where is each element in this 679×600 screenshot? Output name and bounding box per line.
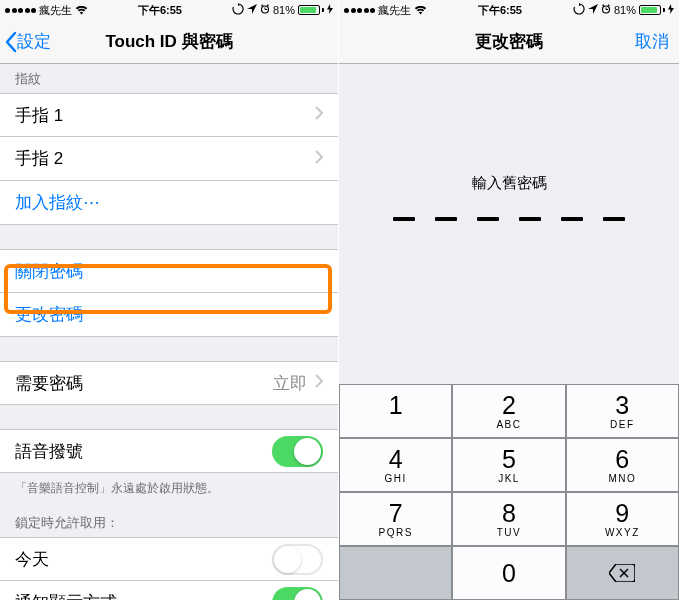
- toggle-today[interactable]: [272, 544, 323, 575]
- row-label: 通知顯示方式: [15, 591, 272, 600]
- number-keypad: 1 2ABC 3DEF 4GHI 5JKL 6MNO 7PQRS 8TUV 9W…: [339, 384, 679, 600]
- row-label: 手指 1: [15, 104, 315, 127]
- row-label: 加入指紋⋯: [15, 191, 323, 214]
- status-time: 下午6:55: [478, 3, 522, 18]
- key-5[interactable]: 5JKL: [452, 438, 565, 492]
- signal-dots-icon: [344, 8, 375, 13]
- row-label: 關閉密碼: [15, 260, 323, 283]
- key-blank: [339, 546, 452, 600]
- key-backspace[interactable]: [566, 546, 679, 600]
- toggle-voice-dial[interactable]: [272, 436, 323, 467]
- row-require-passcode[interactable]: 需要密碼 立即: [0, 361, 338, 405]
- alarm-icon: [601, 4, 611, 16]
- passcode-field: [339, 217, 679, 221]
- row-today: 今天: [0, 537, 338, 581]
- backspace-icon: [609, 564, 635, 582]
- row-label: 語音撥號: [15, 440, 272, 463]
- location-arrow-icon: [247, 4, 257, 16]
- charging-icon: [327, 4, 333, 16]
- row-change-passcode[interactable]: 更改密碼: [0, 293, 338, 337]
- location-arrow-icon: [588, 4, 598, 16]
- back-button[interactable]: 設定: [0, 30, 51, 53]
- battery-icon: [639, 5, 665, 15]
- key-0[interactable]: 0: [452, 546, 565, 600]
- row-finger-2[interactable]: 手指 2: [0, 137, 338, 181]
- row-detail: 立即: [273, 372, 307, 395]
- signal-dots-icon: [5, 8, 36, 13]
- cancel-button[interactable]: 取消: [635, 30, 669, 53]
- row-voice-dial: 語音撥號: [0, 429, 338, 473]
- passcode-prompt: 輸入舊密碼: [339, 174, 679, 193]
- row-notification-view: 通知顯示方式: [0, 581, 338, 600]
- toggle-notification-view[interactable]: [272, 587, 323, 600]
- battery-icon: [298, 5, 324, 15]
- key-3[interactable]: 3DEF: [566, 384, 679, 438]
- sync-icon: [573, 3, 585, 17]
- key-2[interactable]: 2ABC: [452, 384, 565, 438]
- carrier-label: 瘋先生: [39, 3, 72, 18]
- page-title: 更改密碼: [339, 30, 679, 53]
- key-4[interactable]: 4GHI: [339, 438, 452, 492]
- navbar: 設定 Touch ID 與密碼: [0, 20, 338, 64]
- carrier-label: 瘋先生: [378, 3, 411, 18]
- alarm-icon: [260, 4, 270, 16]
- row-label: 需要密碼: [15, 372, 273, 395]
- back-label: 設定: [17, 30, 51, 53]
- status-bar: 瘋先生 下午6:55 81%: [0, 0, 338, 20]
- key-9[interactable]: 9WXYZ: [566, 492, 679, 546]
- key-8[interactable]: 8TUV: [452, 492, 565, 546]
- row-label: 手指 2: [15, 147, 315, 170]
- navbar: 更改密碼 取消: [339, 20, 679, 64]
- battery-percent: 81%: [273, 4, 295, 16]
- chevron-right-icon: [315, 106, 323, 124]
- battery-percent: 81%: [614, 4, 636, 16]
- row-turn-off-passcode[interactable]: 關閉密碼: [0, 249, 338, 293]
- key-6[interactable]: 6MNO: [566, 438, 679, 492]
- row-label: 今天: [15, 548, 272, 571]
- row-finger-1[interactable]: 手指 1: [0, 93, 338, 137]
- charging-icon: [668, 4, 674, 16]
- key-1[interactable]: 1: [339, 384, 452, 438]
- phone-change-passcode: 瘋先生 下午6:55 81% 更改密碼 取消: [339, 0, 679, 600]
- sync-icon: [232, 3, 244, 17]
- voice-dial-note: 「音樂語音控制」永遠處於啟用狀態。: [0, 473, 338, 504]
- section-header-fingerprints: 指紋: [0, 64, 338, 93]
- status-time: 下午6:55: [138, 3, 182, 18]
- wifi-icon: [414, 6, 427, 15]
- chevron-right-icon: [315, 374, 323, 392]
- row-label: 更改密碼: [15, 303, 323, 326]
- row-add-fingerprint[interactable]: 加入指紋⋯: [0, 181, 338, 225]
- wifi-icon: [75, 6, 88, 15]
- key-7[interactable]: 7PQRS: [339, 492, 452, 546]
- status-bar: 瘋先生 下午6:55 81%: [339, 0, 679, 20]
- phone-settings-touchid: 瘋先生 下午6:55 81% 設定: [0, 0, 339, 600]
- chevron-right-icon: [315, 150, 323, 168]
- section-header-allow-when-locked: 鎖定時允許取用：: [0, 504, 338, 537]
